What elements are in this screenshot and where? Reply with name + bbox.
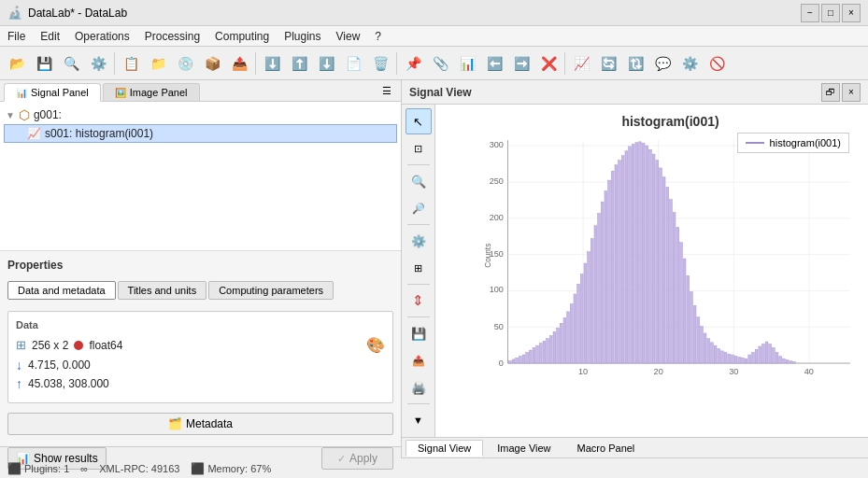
svg-rect-71 bbox=[670, 200, 673, 363]
metadata-button[interactable]: 🗂️ Metadata bbox=[7, 413, 393, 435]
tb-attach[interactable]: 📎 bbox=[427, 50, 453, 77]
bottom-tabs: Signal View Image View Macro Panel bbox=[402, 437, 868, 457]
svg-rect-93 bbox=[745, 358, 747, 363]
tree-group[interactable]: ▼ ⬡ g001: bbox=[4, 105, 397, 124]
titlebar: 🔬 DataLab* - DataLab − □ × bbox=[0, 0, 868, 26]
grid-icon: ⊞ bbox=[16, 338, 26, 352]
tab-image-view[interactable]: Image View bbox=[485, 440, 562, 457]
tool-sep2 bbox=[407, 224, 430, 225]
svg-rect-26 bbox=[516, 358, 519, 363]
tool-zoom-out[interactable]: 🔎 bbox=[406, 195, 432, 221]
menu-operations[interactable]: Operations bbox=[67, 28, 137, 45]
svg-rect-105 bbox=[786, 360, 789, 363]
svg-text:0: 0 bbox=[499, 358, 504, 367]
close-button[interactable]: × bbox=[842, 4, 861, 22]
svg-rect-45 bbox=[580, 274, 583, 364]
tab-titles-units[interactable]: Titles and units bbox=[118, 281, 207, 300]
tab-signal-view[interactable]: Signal View bbox=[406, 440, 483, 457]
properties-panel: Properties Data and metadata Titles and … bbox=[0, 251, 401, 446]
tool-zoom-in[interactable]: 🔍 bbox=[406, 168, 432, 194]
minimize-button[interactable]: − bbox=[801, 4, 819, 22]
menu-view[interactable]: View bbox=[329, 28, 368, 45]
maximize-button[interactable]: □ bbox=[821, 4, 840, 22]
tb-close2[interactable]: ❌ bbox=[535, 50, 562, 77]
color-picker-icon[interactable]: 🎨 bbox=[366, 336, 385, 354]
tb-open[interactable]: 📂 bbox=[4, 50, 30, 77]
chart-legend: histogram(i001) bbox=[737, 133, 849, 153]
data-max: 45.038, 308.000 bbox=[28, 377, 109, 390]
tool-grid[interactable]: ⊞ bbox=[406, 255, 432, 281]
svg-text:30: 30 bbox=[729, 368, 738, 376]
image-panel-label: Image Panel bbox=[130, 87, 188, 98]
tb-comment[interactable]: 💬 bbox=[649, 50, 676, 77]
tab-computing-params[interactable]: Computing parameters bbox=[208, 281, 334, 300]
menu-edit[interactable]: Edit bbox=[33, 28, 67, 45]
tb-chart[interactable]: 📊 bbox=[454, 50, 480, 77]
tb-save[interactable]: 💾 bbox=[31, 50, 57, 77]
plugins-label: Plugins: 1 bbox=[24, 463, 69, 474]
main-content: 📊 Signal Panel 🖼️ Image Panel ☰ ▼ ⬡ g001… bbox=[0, 80, 868, 457]
menu-computing[interactable]: Computing bbox=[207, 28, 277, 45]
tb-disk[interactable]: 💿 bbox=[172, 50, 198, 77]
svg-rect-39 bbox=[560, 323, 562, 363]
tb-layers[interactable]: 📤 bbox=[226, 50, 252, 77]
memory-icon: ⬛ bbox=[191, 462, 205, 475]
signal-view-restore[interactable]: 🗗 bbox=[821, 83, 840, 102]
tb-down1[interactable]: ⬇️ bbox=[259, 50, 285, 77]
tb-delete[interactable]: 🗑️ bbox=[367, 50, 393, 77]
svg-rect-50 bbox=[598, 213, 601, 363]
menu-plugins[interactable]: Plugins bbox=[277, 28, 328, 45]
tb-left[interactable]: ⬅️ bbox=[481, 50, 507, 77]
svg-rect-57 bbox=[621, 156, 624, 363]
tool-select-rect[interactable]: ⊡ bbox=[406, 135, 432, 162]
svg-rect-107 bbox=[792, 361, 795, 363]
tab-data-metadata[interactable]: Data and metadata bbox=[7, 281, 116, 300]
tb-up[interactable]: ⬆️ bbox=[286, 50, 312, 77]
tb-package[interactable]: 📦 bbox=[199, 50, 225, 77]
titlebar-controls[interactable]: − □ × bbox=[801, 4, 861, 22]
tool-cursor[interactable]: ↖ bbox=[406, 108, 432, 134]
panel-menu-button[interactable]: ☰ bbox=[377, 80, 397, 101]
tab-signal-panel[interactable]: 📊 Signal Panel bbox=[4, 83, 101, 102]
tb-down2[interactable]: ⬇️ bbox=[313, 50, 339, 77]
app-logo: 🔬 bbox=[7, 6, 22, 20]
svg-rect-60 bbox=[632, 144, 634, 363]
tool-more[interactable]: ▼ bbox=[406, 407, 432, 433]
apply-button[interactable]: ✓ Apply bbox=[321, 447, 393, 470]
svg-rect-96 bbox=[755, 349, 758, 363]
menu-processing[interactable]: Processing bbox=[137, 28, 207, 45]
tb-settings2[interactable]: ⚙️ bbox=[676, 50, 703, 77]
signal-view-close[interactable]: × bbox=[842, 83, 861, 102]
tree-item-0[interactable]: 📈 s001: histogram(i001) bbox=[4, 124, 397, 143]
tb-folder[interactable]: 📁 bbox=[145, 50, 171, 77]
tb-graph[interactable]: 📈 bbox=[568, 50, 594, 77]
tool-save[interactable]: 💾 bbox=[406, 320, 432, 346]
data-dtype: float64 bbox=[89, 339, 122, 352]
svg-rect-56 bbox=[619, 161, 621, 363]
tb-search[interactable]: 🔍 bbox=[58, 50, 84, 77]
tool-marker[interactable]: ⇕ bbox=[406, 288, 432, 314]
tb-copy[interactable]: 📋 bbox=[118, 50, 144, 77]
svg-text:50: 50 bbox=[494, 322, 504, 330]
svg-rect-43 bbox=[574, 294, 576, 363]
svg-text:250: 250 bbox=[490, 177, 504, 186]
tab-macro-panel[interactable]: Macro Panel bbox=[565, 440, 647, 457]
tb-block[interactable]: 🚫 bbox=[704, 50, 730, 77]
tb-refresh2[interactable]: 🔃 bbox=[622, 50, 648, 77]
svg-rect-91 bbox=[738, 357, 741, 363]
svg-rect-53 bbox=[608, 180, 611, 363]
tab-image-panel[interactable]: 🖼️ Image Panel bbox=[103, 83, 200, 101]
tb-right[interactable]: ➡️ bbox=[508, 50, 534, 77]
tb-refresh1[interactable]: 🔄 bbox=[595, 50, 621, 77]
menu-help[interactable]: ? bbox=[367, 28, 389, 45]
tb-settings[interactable]: ⚙️ bbox=[85, 50, 111, 77]
tb-pin[interactable]: 📌 bbox=[400, 50, 426, 77]
tool-print[interactable]: 🖨️ bbox=[406, 374, 432, 401]
tool-settings[interactable]: ⚙️ bbox=[406, 228, 432, 254]
signal-view-controls[interactable]: 🗗 × bbox=[821, 83, 861, 102]
panel-tabs: 📊 Signal Panel 🖼️ Image Panel ☰ bbox=[0, 80, 401, 102]
tool-export[interactable]: 📤 bbox=[406, 347, 432, 373]
menu-file[interactable]: File bbox=[0, 28, 33, 45]
tb-sep3 bbox=[396, 52, 397, 75]
tb-doc[interactable]: 📄 bbox=[340, 50, 366, 77]
